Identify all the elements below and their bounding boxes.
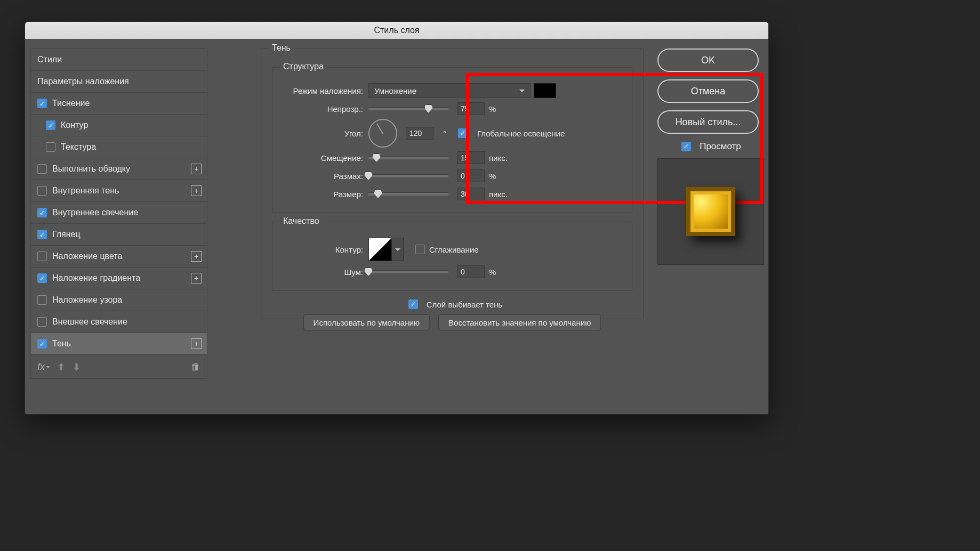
style-item-2[interactable]: Текстура bbox=[31, 136, 207, 158]
size-input[interactable] bbox=[457, 188, 485, 200]
style-item-label: Наложение узора bbox=[52, 295, 122, 305]
style-item-label: Глянец bbox=[52, 230, 81, 239]
add-effect-icon[interactable]: + bbox=[191, 273, 202, 283]
style-item-0[interactable]: Тиснение bbox=[31, 93, 207, 115]
add-effect-icon[interactable]: + bbox=[191, 338, 202, 349]
style-item-checkbox[interactable] bbox=[37, 339, 47, 349]
spread-unit: % bbox=[489, 172, 496, 181]
distance-input[interactable] bbox=[457, 151, 485, 164]
style-item-3[interactable]: Выполнить обводку+ bbox=[31, 158, 207, 180]
blending-options-row[interactable]: Параметры наложения bbox=[31, 71, 207, 93]
opacity-label: Непрозр.: bbox=[283, 104, 368, 114]
size-label: Размер: bbox=[283, 190, 368, 199]
ok-button[interactable]: OK bbox=[657, 48, 759, 72]
style-item-6[interactable]: Глянец bbox=[31, 224, 207, 246]
style-list: Стили Параметры наложения ТиснениеКонтур… bbox=[30, 48, 207, 355]
add-effect-icon[interactable]: + bbox=[191, 164, 202, 174]
antialias-label: Сглаживание bbox=[429, 245, 479, 254]
blend-mode-value: Умножение bbox=[374, 86, 416, 95]
noise-input[interactable] bbox=[457, 265, 485, 278]
style-item-checkbox[interactable] bbox=[37, 208, 47, 217]
shadow-color-swatch[interactable] bbox=[534, 83, 556, 98]
blend-mode-select[interactable]: Умножение bbox=[368, 83, 531, 98]
fx-menu-icon[interactable]: fx bbox=[37, 361, 50, 372]
style-item-label: Текстура bbox=[61, 142, 96, 152]
style-item-label: Внутренняя тень bbox=[52, 186, 119, 196]
style-item-label: Выполнить обводку bbox=[52, 164, 130, 174]
noise-slider[interactable] bbox=[368, 270, 448, 273]
trash-icon[interactable]: 🗑 bbox=[191, 361, 200, 372]
spread-label: Размах: bbox=[283, 172, 368, 181]
shadow-legend: Тень bbox=[269, 43, 294, 53]
preview-checkbox[interactable] bbox=[681, 142, 691, 151]
move-down-icon[interactable]: ⬇ bbox=[73, 361, 81, 373]
right-column: OK Отмена Новый стиль... Просмотр bbox=[653, 39, 768, 414]
spread-input[interactable] bbox=[457, 169, 485, 182]
style-item-7[interactable]: Наложение цвета+ bbox=[31, 246, 207, 268]
dialog-title[interactable]: Стиль слоя bbox=[25, 22, 768, 39]
style-item-checkbox[interactable] bbox=[37, 186, 47, 196]
size-unit: пикс. bbox=[489, 190, 508, 199]
add-effect-icon[interactable]: + bbox=[191, 251, 202, 262]
reset-default-button[interactable]: Восстановить значения по умолчанию bbox=[438, 314, 601, 330]
spread-slider[interactable] bbox=[368, 174, 448, 177]
style-item-1[interactable]: Контур bbox=[31, 115, 207, 136]
style-item-label: Тень bbox=[52, 339, 71, 349]
contour-dropdown-icon[interactable] bbox=[392, 238, 404, 261]
shadow-fieldset: Тень Структура Режим наложения: Умножени… bbox=[261, 48, 644, 319]
style-item-label: Наложение градиента bbox=[52, 273, 140, 283]
style-item-checkbox[interactable] bbox=[37, 295, 47, 305]
style-item-10[interactable]: Внешнее свечение bbox=[31, 311, 207, 333]
dialog-body: Стили Параметры наложения ТиснениеКонтур… bbox=[25, 39, 768, 414]
style-item-checkbox[interactable] bbox=[37, 273, 47, 283]
preview-label: Просмотр bbox=[700, 141, 741, 152]
style-item-4[interactable]: Внутренняя тень+ bbox=[31, 180, 207, 202]
global-light-checkbox[interactable] bbox=[458, 128, 468, 138]
style-item-checkbox[interactable] bbox=[37, 252, 47, 261]
global-light-label: Глобальное освещение bbox=[477, 129, 565, 138]
style-item-checkbox[interactable] bbox=[37, 230, 47, 239]
layer-style-dialog: Стиль слоя Стили Параметры наложения Тис… bbox=[25, 21, 769, 415]
styles-header-label: Стили bbox=[37, 55, 62, 64]
sidebar-footer: fx ⬆ ⬇ 🗑 bbox=[30, 355, 207, 379]
style-item-label: Внешнее свечение bbox=[52, 317, 127, 327]
style-item-11[interactable]: Тень+ bbox=[31, 333, 207, 355]
style-item-checkbox[interactable] bbox=[37, 99, 47, 108]
knockout-checkbox[interactable] bbox=[408, 299, 418, 309]
distance-unit: пикс. bbox=[489, 153, 508, 163]
noise-label: Шум: bbox=[283, 268, 368, 277]
angle-label: Угол: bbox=[283, 129, 368, 138]
style-item-checkbox[interactable] bbox=[46, 120, 55, 130]
style-item-label: Контур bbox=[61, 120, 88, 130]
move-up-icon[interactable]: ⬆ bbox=[57, 361, 65, 373]
add-effect-icon[interactable]: + bbox=[191, 185, 202, 196]
distance-slider[interactable] bbox=[368, 156, 448, 159]
new-style-button[interactable]: Новый стиль... bbox=[657, 110, 759, 134]
cancel-button[interactable]: Отмена bbox=[657, 79, 759, 103]
structure-fieldset: Структура Режим наложения: Умножение Неп… bbox=[272, 67, 632, 213]
style-item-5[interactable]: Внутреннее свечение bbox=[31, 202, 207, 224]
blending-options-label: Параметры наложения bbox=[37, 77, 129, 86]
opacity-input[interactable] bbox=[457, 102, 485, 115]
size-slider[interactable] bbox=[368, 192, 448, 196]
angle-dial[interactable] bbox=[368, 119, 397, 148]
opacity-slider[interactable] bbox=[368, 107, 448, 110]
angle-input[interactable] bbox=[406, 127, 433, 140]
style-item-8[interactable]: Наложение градиента+ bbox=[31, 268, 207, 289]
style-item-label: Внутреннее свечение bbox=[52, 208, 138, 217]
noise-unit: % bbox=[489, 268, 496, 277]
style-item-9[interactable]: Наложение узора bbox=[31, 289, 207, 311]
antialias-checkbox[interactable] bbox=[415, 245, 425, 254]
style-item-checkbox[interactable] bbox=[37, 317, 47, 327]
quality-fieldset: Качество Контур: Сглаживание Шум: % bbox=[272, 222, 632, 291]
knockout-label: Слой выбивает тень bbox=[427, 300, 503, 309]
contour-picker[interactable] bbox=[368, 238, 392, 261]
quality-legend: Качество bbox=[280, 216, 323, 226]
make-default-button[interactable]: Использовать по умолчанию bbox=[303, 314, 430, 330]
style-item-checkbox[interactable] bbox=[46, 142, 55, 152]
styles-header[interactable]: Стили bbox=[31, 49, 207, 71]
structure-legend: Структура bbox=[280, 62, 327, 71]
preview-thumbnail bbox=[657, 158, 764, 265]
style-item-checkbox[interactable] bbox=[37, 164, 47, 174]
style-item-label: Тиснение bbox=[52, 99, 90, 108]
